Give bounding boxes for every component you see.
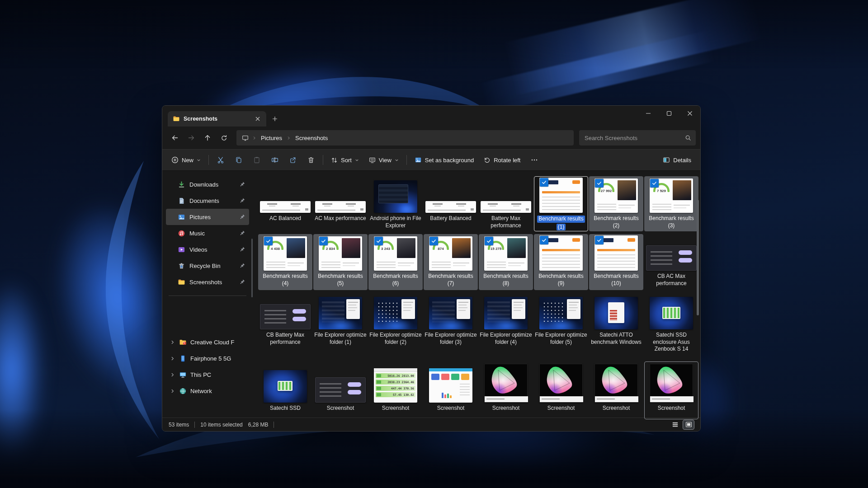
selection-checkbox[interactable] <box>429 237 438 245</box>
file-tile[interactable]: 27 992Benchmark results (2) <box>589 176 643 231</box>
forward-button[interactable] <box>183 130 199 145</box>
file-tile[interactable]: CB AC Max performance <box>644 234 698 290</box>
file-tile[interactable]: Satechi ATTO benchmark Windows <box>589 293 643 359</box>
minimize-button[interactable] <box>638 106 659 121</box>
file-tile[interactable]: 3 243Benchmark results (6) <box>368 234 423 290</box>
sidebar-item-pictures[interactable]: Pictures <box>166 209 249 225</box>
sort-button[interactable]: Sort <box>326 152 363 168</box>
selection-checkbox[interactable] <box>485 237 493 245</box>
file-tile[interactable]: File Explorer optimize folder (5) <box>534 293 588 359</box>
details-view-toggle[interactable] <box>670 420 680 429</box>
chevron-down-icon <box>395 158 399 162</box>
file-tile[interactable]: Battery Balanced <box>424 176 478 231</box>
selection-checkbox[interactable] <box>540 178 548 187</box>
chevron-right-icon[interactable] <box>170 339 175 345</box>
sidebar-item-downloads[interactable]: Downloads <box>166 176 249 192</box>
file-tile[interactable]: File Explorer optimize folder (4) <box>479 293 533 359</box>
sidebar-item-creative-cloud-f[interactable]: Creative Cloud F <box>166 334 249 350</box>
sort-button-label: Sort <box>341 157 352 164</box>
thumbnail-view-toggle[interactable] <box>683 420 694 429</box>
search-icon[interactable] <box>685 135 691 141</box>
file-tile[interactable]: Battery Max performance <box>479 176 533 231</box>
selection-checkbox[interactable] <box>595 236 604 244</box>
file-name: Satechi SSD <box>270 405 301 412</box>
sidebar-item-network[interactable]: Network <box>166 383 249 399</box>
back-button[interactable] <box>167 130 183 145</box>
file-tile[interactable]: 5016.262813.002038.232364.46447.44370.56… <box>368 361 423 419</box>
chevron-right-icon[interactable] <box>170 388 175 394</box>
file-tile[interactable]: Android phone in File Explorer <box>368 176 423 231</box>
chevron-right-icon[interactable] <box>170 372 175 378</box>
file-tile[interactable]: AC Max performance <box>313 176 368 231</box>
sidebar-item-recycle-bin[interactable]: Recycle Bin <box>166 258 249 274</box>
delete-button[interactable] <box>302 152 320 168</box>
file-tile[interactable]: Screenshot <box>424 361 478 419</box>
file-tile[interactable]: Screenshot <box>534 361 588 419</box>
decor <box>181 377 184 377</box>
file-tile[interactable]: File Explorer optimize folder (3) <box>424 293 478 359</box>
file-name: CB Battery Max performance <box>259 332 311 346</box>
breadcrumb[interactable]: Pictures Screenshots <box>236 130 574 145</box>
rename-button[interactable] <box>266 152 283 168</box>
more-options-button[interactable] <box>526 152 543 168</box>
decor <box>289 156 297 164</box>
file-name: Benchmark results (2) <box>590 215 642 229</box>
breadcrumb-pictures[interactable]: Pictures <box>260 134 283 142</box>
file-tile[interactable]: Satechi SSD enclosure Asus Zenbook S 14 <box>644 293 698 359</box>
tab-close-icon[interactable] <box>253 114 263 124</box>
file-tile[interactable]: 7 529Benchmark results (3) <box>644 176 698 231</box>
new-tab-button[interactable] <box>268 113 282 125</box>
file-thumbnail: 15 275 <box>484 236 528 271</box>
new-button[interactable]: New <box>167 152 205 168</box>
decor <box>170 356 175 361</box>
file-tile[interactable]: Benchmark results (9) <box>534 234 588 290</box>
sidebar-item-this-pc[interactable]: This PC <box>166 366 249 383</box>
close-button[interactable] <box>679 106 700 121</box>
paste-button[interactable] <box>248 152 265 168</box>
rotate-left-button[interactable]: Rotate left <box>479 152 525 168</box>
file-tile[interactable]: Benchmark results(1) <box>534 176 588 231</box>
file-tile[interactable]: Screenshot <box>589 361 643 419</box>
file-tile[interactable]: 15 275Benchmark results (8) <box>479 234 533 290</box>
file-tile[interactable]: CB Battery Max performance <box>258 293 312 359</box>
file-tile[interactable]: 2 834Benchmark results (5) <box>313 234 368 290</box>
sidebar-item-videos[interactable]: Videos <box>166 241 249 258</box>
selection-checkbox[interactable] <box>650 179 659 188</box>
search-input[interactable] <box>584 134 685 142</box>
vertical-scrollbar[interactable] <box>697 200 699 315</box>
file-tile[interactable]: 874Benchmark results (7) <box>424 234 478 290</box>
selection-checkbox[interactable] <box>540 236 548 244</box>
file-tile[interactable]: Satechi SSD <box>258 361 312 419</box>
file-tile[interactable]: Benchmark results (10) <box>589 234 643 290</box>
breadcrumb-screenshots[interactable]: Screenshots <box>294 134 329 142</box>
file-tile[interactable]: Screenshot <box>644 361 698 419</box>
sidebar-item-documents[interactable]: Documents <box>166 192 249 209</box>
copy-button[interactable] <box>230 152 247 168</box>
selection-checkbox[interactable] <box>595 179 604 188</box>
file-tile[interactable]: File Explorer optimize folder (1) <box>313 293 368 359</box>
file-tile[interactable]: AC Balanced <box>258 176 312 231</box>
selection-checkbox[interactable] <box>374 237 383 245</box>
decor <box>376 239 381 244</box>
sidebar-item-music[interactable]: Music <box>166 225 249 241</box>
file-tile[interactable]: Screenshot <box>313 361 368 419</box>
sidebar-item-screenshots[interactable]: Screenshots <box>166 274 249 290</box>
up-button[interactable] <box>199 130 216 145</box>
selection-checkbox[interactable] <box>319 237 328 245</box>
file-tile[interactable]: 4 438Benchmark results (4) <box>258 234 312 290</box>
details-button[interactable]: Details <box>658 152 696 168</box>
decor <box>292 309 306 314</box>
file-name: Benchmark results(1) <box>537 215 585 231</box>
chevron-right-icon[interactable] <box>170 356 175 361</box>
selection-checkbox[interactable] <box>264 237 273 245</box>
file-tile[interactable]: Screenshot <box>479 361 533 419</box>
file-tile[interactable]: File Explorer optimize folder (2) <box>368 293 423 359</box>
set-as-background-button[interactable]: Set as background <box>410 152 478 168</box>
tab-screenshots[interactable]: Screenshots <box>168 111 266 127</box>
view-button[interactable]: View <box>364 152 403 168</box>
cut-button[interactable] <box>212 152 229 168</box>
sidebar-item-fairphone-5-5g[interactable]: Fairphone 5 5G <box>166 350 249 366</box>
refresh-button[interactable] <box>216 130 232 145</box>
maximize-button[interactable] <box>659 106 679 121</box>
share-button[interactable] <box>284 152 302 168</box>
